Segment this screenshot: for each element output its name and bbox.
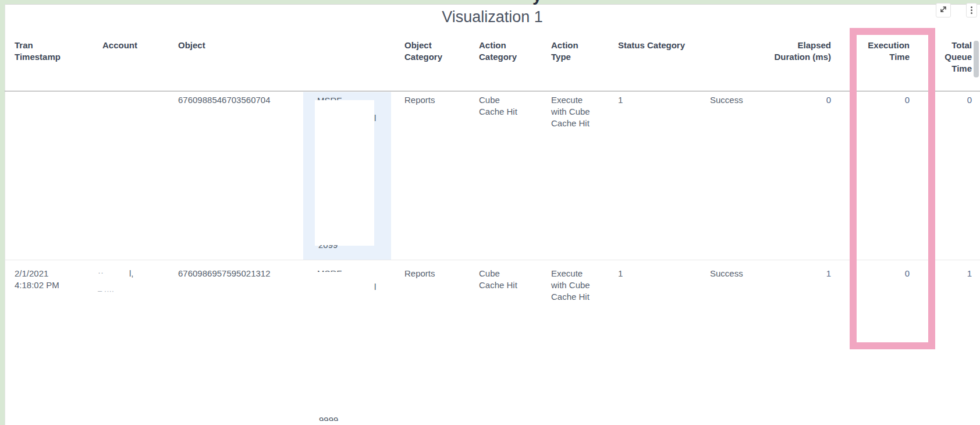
row-divider-line bbox=[5, 260, 980, 260]
more-options-button[interactable] bbox=[966, 3, 977, 17]
column-header-tran-timestamp[interactable]: Tran Timestamp bbox=[15, 40, 79, 63]
redacted-fragment-row2-side: l bbox=[374, 281, 379, 291]
cell-status-category-id[interactable]: 1 bbox=[618, 94, 653, 106]
cell-action-type[interactable]: Execute with Cube Cache Hit bbox=[551, 94, 598, 129]
column-header-object-category[interactable]: Object Category bbox=[404, 40, 460, 63]
cell-object-category[interactable]: Reports bbox=[404, 268, 460, 279]
column-header-action-type[interactable]: Action Type bbox=[551, 40, 598, 63]
cell-total-queue-time[interactable]: 1 bbox=[931, 268, 972, 279]
cell-action-type[interactable]: Execute with Cube Cache Hit bbox=[551, 268, 598, 303]
redacted-fragment-row1-bottom: 2099 bbox=[318, 245, 344, 251]
execution-time-highlight-box bbox=[850, 28, 935, 349]
redacted-fragment-row2-account-dots: ·· bbox=[98, 267, 109, 278]
visualization-card bbox=[5, 4, 980, 425]
redacted-fragment-row2-top: MSRF bbox=[317, 268, 346, 272]
redacted-fragment-row2-bottom: 9999 bbox=[319, 415, 346, 421]
cell-status-category-id[interactable]: 1 bbox=[618, 268, 653, 279]
column-header-status-category[interactable]: Status Category bbox=[618, 40, 705, 51]
cell-object[interactable]: 6760986957595021312 bbox=[178, 268, 300, 279]
column-header-object[interactable]: Object bbox=[178, 40, 236, 51]
vertical-scrollbar-thumb[interactable] bbox=[974, 41, 979, 77]
column-header-total-queue-time[interactable]: Total Queue Time bbox=[931, 40, 972, 75]
visualization-title: Visualization 1 bbox=[5, 8, 980, 26]
cell-elapsed-duration[interactable]: 1 bbox=[774, 268, 831, 279]
redacted-fragment-row1-side: l bbox=[374, 112, 379, 121]
cell-object-category[interactable]: Reports bbox=[404, 94, 460, 106]
redacted-fragment-row1-top: MSRF bbox=[317, 95, 346, 100]
redaction-overlay-row1 bbox=[315, 100, 374, 246]
clipped-page-heading-fragment: y bbox=[532, 0, 548, 5]
header-divider-line bbox=[5, 91, 980, 91]
kebab-menu-icon bbox=[971, 6, 972, 14]
cell-elapsed-duration[interactable]: 0 bbox=[774, 94, 831, 106]
redacted-fragment-row2-account-line2: ‒ ···· bbox=[98, 285, 133, 297]
expand-icon bbox=[939, 5, 947, 16]
cell-action-category[interactable]: Cube Cache Hit bbox=[479, 268, 520, 291]
column-header-action-category[interactable]: Action Category bbox=[479, 40, 534, 63]
cell-status-category[interactable]: Success bbox=[710, 94, 762, 106]
redacted-fragment-row2-account: l, bbox=[129, 268, 141, 279]
expand-button[interactable] bbox=[936, 3, 951, 17]
cell-status-category[interactable]: Success bbox=[710, 268, 762, 279]
cell-action-category[interactable]: Cube Cache Hit bbox=[479, 94, 520, 118]
cell-total-queue-time[interactable]: 0 bbox=[931, 94, 972, 106]
column-header-elapsed-duration[interactable]: Elapsed Duration (ms) bbox=[774, 40, 831, 63]
cell-tran-timestamp[interactable]: 2/1/2021 4:18:02 PM bbox=[15, 268, 73, 291]
cell-object[interactable]: 6760988546703560704 bbox=[178, 94, 300, 106]
column-header-account[interactable]: Account bbox=[102, 40, 161, 51]
